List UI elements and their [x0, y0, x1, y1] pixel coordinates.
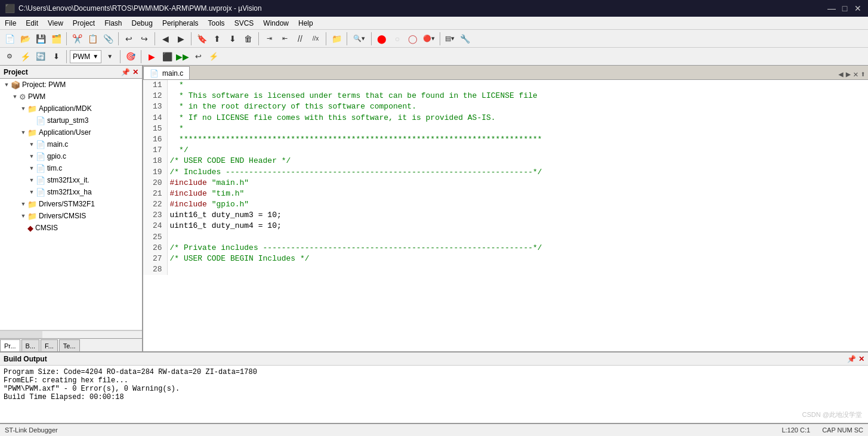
search-button[interactable]: 🔍▾	[350, 32, 368, 46]
unindent-button[interactable]: ⇤	[277, 32, 292, 46]
close-panel-icon[interactable]: ✕	[132, 68, 138, 76]
debug-shape-button[interactable]: ◯	[406, 32, 420, 46]
project-tab-te[interactable]: Te...	[59, 339, 80, 351]
menu-item-project[interactable]: Project	[68, 17, 100, 30]
prev-bookmark-button[interactable]: ⬆	[210, 32, 224, 46]
menu-item-peripherals[interactable]: Peripherals	[157, 17, 203, 30]
target-options-button[interactable]: 🎯	[123, 50, 138, 64]
menu-item-view[interactable]: View	[43, 17, 68, 30]
debug-stop-button[interactable]: ⬤	[375, 32, 389, 46]
uncomment-button[interactable]: //x	[308, 32, 323, 46]
menu-item-edit[interactable]: Edit	[21, 17, 43, 30]
line-code[interactable]: /* Private includes --------------------…	[167, 243, 545, 253]
line-code[interactable]: ****************************************…	[167, 134, 545, 145]
line-code[interactable]: * If no LICENSE file comes with this sof…	[167, 113, 545, 123]
tree-item[interactable]: ▼📁Drivers/STM32F1	[0, 198, 142, 210]
minimize-button[interactable]: —	[826, 3, 837, 14]
dropdown-arrow-button[interactable]: ▼	[103, 50, 117, 64]
tree-item[interactable]: 📄startup_stm3	[0, 115, 142, 126]
tree-item[interactable]: ▼📄gpio.c	[0, 150, 142, 162]
close-build-icon[interactable]: ✕	[858, 355, 864, 363]
project-tab-f[interactable]: F...	[41, 339, 58, 351]
tree-item[interactable]: ▼📄main.c	[0, 138, 142, 150]
comment-button[interactable]: //	[293, 32, 307, 46]
tree-item[interactable]: ◆CMSIS	[0, 222, 142, 234]
line-code[interactable]: uint16_t duty_num3 = 10;	[167, 210, 545, 221]
target-dropdown[interactable]: PWM ▼	[70, 50, 101, 63]
close-tab-icon[interactable]: ✕	[853, 69, 858, 79]
undo-button[interactable]: ↩	[122, 32, 136, 46]
clear-bookmark-button[interactable]: 🗑	[241, 32, 255, 46]
nav-back-button[interactable]: ◀	[158, 32, 172, 46]
new-button[interactable]: 📄	[2, 32, 17, 46]
line-code[interactable]: * in the root directory of this software…	[167, 101, 545, 112]
menu-item-window[interactable]: Window	[258, 17, 294, 30]
settings-button[interactable]: 🔧	[458, 32, 472, 46]
bookmark-button[interactable]: 🔖	[194, 32, 209, 46]
load-button[interactable]: ⚙	[2, 50, 17, 64]
open-button[interactable]: 📂	[18, 32, 32, 46]
rebuild-button[interactable]: 🔄	[33, 50, 48, 64]
indent-button[interactable]: ⇥	[262, 32, 276, 46]
title-bar: ⬛ C:\Users\Lenovo\Documents\RTOS\PWM\MDK…	[0, 0, 868, 17]
run-button[interactable]: ▶▶	[175, 50, 190, 64]
line-code[interactable]	[167, 264, 545, 275]
line-code[interactable]: #include "gpio.h"	[167, 199, 545, 210]
scroll-left-icon[interactable]: ◀	[838, 69, 843, 79]
paste-button[interactable]: 📎	[101, 32, 115, 46]
line-code[interactable]: #include "main.h"	[167, 178, 545, 188]
menu-item-file[interactable]: File	[0, 17, 21, 30]
cut-button[interactable]: ✂️	[70, 32, 84, 46]
line-code[interactable]: *	[167, 123, 545, 134]
maximize-button[interactable]: □	[839, 3, 850, 14]
tree-item[interactable]: ▼📁Drivers/CMSIS	[0, 210, 142, 222]
project-hscroll[interactable]	[0, 330, 142, 338]
line-code[interactable]: *	[167, 80, 545, 91]
copy-button[interactable]: 📋	[85, 32, 100, 46]
start-debug-button[interactable]: ▶	[144, 50, 159, 64]
menu-item-svcs[interactable]: SVCS	[230, 17, 259, 30]
line-code[interactable]: #include "tim.h"	[167, 188, 545, 199]
tree-item[interactable]: ▼⚙PWM	[0, 91, 142, 103]
line-code[interactable]: * This software is licensed under terms …	[167, 91, 545, 101]
line-code[interactable]	[167, 232, 545, 243]
menu-item-tools[interactable]: Tools	[203, 17, 230, 30]
download-button[interactable]: ⬇	[49, 50, 63, 64]
tree-item[interactable]: ▼📁Application/MDK	[0, 103, 142, 115]
tree-item[interactable]: ▼📦Project: PWM	[0, 79, 142, 91]
menu-item-debug[interactable]: Debug	[127, 17, 157, 30]
pin-icon[interactable]: 📌	[121, 68, 130, 76]
line-code[interactable]: uint16_t duty_num4 = 10;	[167, 221, 545, 231]
open-file-button[interactable]: 📁	[329, 32, 344, 46]
nav-fwd-button[interactable]: ▶	[174, 32, 188, 46]
line-code[interactable]: /* USER CODE BEGIN Includes */	[167, 253, 545, 264]
next-bookmark-button[interactable]: ⬇	[226, 32, 240, 46]
line-code[interactable]: /* USER CODE END Header */	[167, 156, 545, 166]
tree-item[interactable]: ▼📄stm32f1xx_ha	[0, 186, 142, 198]
save-all-button[interactable]: 🗂️	[49, 32, 63, 46]
code-scroll[interactable]: 11 *12 * This software is licensed under…	[143, 80, 868, 351]
maximize-editor-icon[interactable]: ⬆	[861, 69, 866, 79]
editor-tab-main-c[interactable]: 📄 main.c	[143, 66, 190, 79]
save-button[interactable]: 💾	[33, 32, 48, 46]
scroll-right-icon[interactable]: ▶	[846, 69, 851, 79]
line-code[interactable]: */	[167, 145, 545, 156]
layout-button[interactable]: ▤▾	[443, 32, 456, 46]
build-button[interactable]: ⚡	[18, 50, 32, 64]
project-tab-pr[interactable]: Pr...	[0, 339, 20, 351]
tree-item[interactable]: ▼📄tim.c	[0, 162, 142, 174]
tree-item[interactable]: ▼📁Application/User	[0, 126, 142, 138]
pin-build-icon[interactable]: 📌	[847, 355, 856, 363]
close-button[interactable]: ✕	[852, 3, 863, 14]
line-code[interactable]: /* Includes ----------------------------…	[167, 167, 545, 178]
menu-item-flash[interactable]: Flash	[100, 17, 126, 30]
redo-button[interactable]: ↪	[137, 32, 152, 46]
debug-flash-button[interactable]: ⚡	[206, 50, 221, 64]
stop-debug-button[interactable]: ⬛	[160, 50, 174, 64]
debug-more-button[interactable]: 🔴▾	[421, 32, 437, 46]
debug-reset-button[interactable]: ↩	[191, 50, 205, 64]
tree-item[interactable]: ▼📄stm32f1xx_it.	[0, 174, 142, 186]
menu-item-help[interactable]: Help	[294, 17, 318, 30]
debug-circle-button[interactable]: ○	[390, 32, 404, 46]
project-tab-b[interactable]: B...	[21, 339, 40, 351]
